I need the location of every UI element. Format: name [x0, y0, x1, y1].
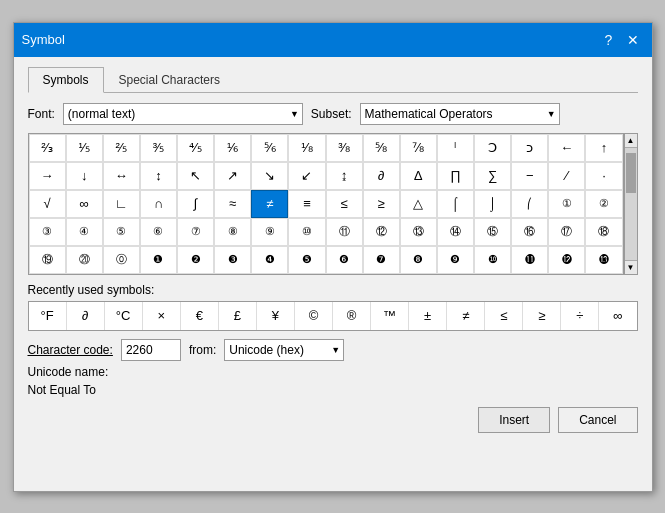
symbol-cell[interactable]: ❶: [140, 246, 177, 274]
recent-cell[interactable]: ™: [371, 302, 409, 330]
symbol-cell[interactable]: ↙: [288, 162, 325, 190]
recent-cell[interactable]: ©: [295, 302, 333, 330]
symbol-cell[interactable]: ❿: [474, 246, 511, 274]
symbol-cell[interactable]: ∕: [548, 162, 585, 190]
character-code-label[interactable]: Character code:: [28, 343, 113, 357]
symbol-cell[interactable]: ≡: [288, 190, 325, 218]
symbol-cell[interactable]: ❻: [326, 246, 363, 274]
symbol-cell[interactable]: ⑲: [29, 246, 66, 274]
symbol-cell[interactable]: ⑧: [214, 218, 251, 246]
symbol-cell[interactable]: Ͻ: [474, 134, 511, 162]
tab-special-characters[interactable]: Special Characters: [104, 67, 235, 93]
insert-button[interactable]: Insert: [478, 407, 550, 433]
symbol-cell[interactable]: ⑯: [511, 218, 548, 246]
symbol-cell[interactable]: ⑦: [177, 218, 214, 246]
symbol-cell[interactable]: ≤: [326, 190, 363, 218]
symbol-cell[interactable]: ⑥: [140, 218, 177, 246]
symbol-cell[interactable]: ɔ: [511, 134, 548, 162]
symbol-cell[interactable]: ❼: [363, 246, 400, 274]
symbol-cell[interactable]: ↖: [177, 162, 214, 190]
symbol-cell[interactable]: ⑨: [251, 218, 288, 246]
symbol-cell[interactable]: ¹⁄₈: [288, 134, 325, 162]
scrollbar-down-button[interactable]: ▼: [625, 260, 637, 274]
symbol-cell[interactable]: ∩: [140, 190, 177, 218]
symbol-cell-selected[interactable]: ≠: [251, 190, 288, 218]
subset-select[interactable]: Mathematical Operators Basic Latin: [365, 107, 510, 121]
symbol-grid-scrollbar[interactable]: ▲ ▼: [624, 133, 638, 275]
symbol-cell[interactable]: ❺: [288, 246, 325, 274]
symbol-cell[interactable]: ¹⁄₅: [66, 134, 103, 162]
symbol-cell[interactable]: ²⁄₅: [103, 134, 140, 162]
recent-cell[interactable]: ∂: [67, 302, 105, 330]
recent-cell[interactable]: ®: [333, 302, 371, 330]
symbol-cell[interactable]: ❹: [251, 246, 288, 274]
font-select[interactable]: (normal text) Arial Times New Roman: [68, 107, 186, 121]
symbol-cell[interactable]: △: [400, 190, 437, 218]
symbol-cell[interactable]: ⁴⁄₅: [177, 134, 214, 162]
symbol-cell[interactable]: ⑮: [474, 218, 511, 246]
symbol-cell[interactable]: −: [511, 162, 548, 190]
symbol-cell[interactable]: ˡ: [437, 134, 474, 162]
symbol-cell[interactable]: ❾: [437, 246, 474, 274]
font-select-wrapper[interactable]: (normal text) Arial Times New Roman ▼: [63, 103, 303, 125]
symbol-cell[interactable]: ①: [548, 190, 585, 218]
symbol-cell[interactable]: ⎛: [511, 190, 548, 218]
close-button[interactable]: ✕: [622, 29, 644, 51]
scrollbar-track[interactable]: [625, 148, 637, 260]
symbol-cell[interactable]: ④: [66, 218, 103, 246]
symbol-cell[interactable]: ∆: [400, 162, 437, 190]
symbol-cell[interactable]: ³⁄₅: [140, 134, 177, 162]
recent-cell[interactable]: ≤: [485, 302, 523, 330]
symbol-cell[interactable]: ³⁄₈: [326, 134, 363, 162]
character-code-input[interactable]: [121, 339, 181, 361]
symbol-cell[interactable]: ⑰: [548, 218, 585, 246]
symbol-cell[interactable]: ∞: [66, 190, 103, 218]
symbol-cell[interactable]: ↨: [326, 162, 363, 190]
symbol-cell[interactable]: →: [29, 162, 66, 190]
symbol-cell[interactable]: ⁷⁄₈: [400, 134, 437, 162]
symbol-cell[interactable]: √: [29, 190, 66, 218]
symbol-cell[interactable]: ¹⁄₆: [214, 134, 251, 162]
symbol-cell[interactable]: ≈: [214, 190, 251, 218]
symbol-cell[interactable]: ⑳: [66, 246, 103, 274]
symbol-cell[interactable]: ❸: [214, 246, 251, 274]
from-select[interactable]: Unicode (hex) ASCII (decimal) ASCII (hex…: [229, 343, 330, 357]
recent-cell[interactable]: £: [219, 302, 257, 330]
recent-cell[interactable]: ¥: [257, 302, 295, 330]
scrollbar-thumb[interactable]: [626, 153, 636, 193]
symbol-cell[interactable]: ⌠: [437, 190, 474, 218]
symbol-cell[interactable]: ∟: [103, 190, 140, 218]
symbol-cell[interactable]: ↘: [251, 162, 288, 190]
symbol-cell[interactable]: ²⁄₃: [29, 134, 66, 162]
symbol-cell[interactable]: ❷: [177, 246, 214, 274]
recent-cell[interactable]: ±: [409, 302, 447, 330]
symbol-cell[interactable]: ⑬: [400, 218, 437, 246]
symbol-cell[interactable]: ↕: [140, 162, 177, 190]
symbol-cell[interactable]: ↔: [103, 162, 140, 190]
symbol-cell[interactable]: ∏: [437, 162, 474, 190]
symbol-cell[interactable]: ∙: [585, 162, 622, 190]
symbol-cell[interactable]: ∫: [177, 190, 214, 218]
recent-cell[interactable]: €: [181, 302, 219, 330]
symbol-cell[interactable]: ⓭: [585, 246, 622, 274]
symbol-cell[interactable]: ∂: [363, 162, 400, 190]
from-select-wrapper[interactable]: Unicode (hex) ASCII (decimal) ASCII (hex…: [224, 339, 344, 361]
symbol-cell[interactable]: ❽: [400, 246, 437, 274]
symbol-cell[interactable]: ⑤: [103, 218, 140, 246]
symbol-cell[interactable]: ③: [29, 218, 66, 246]
subset-select-wrapper[interactable]: Mathematical Operators Basic Latin ▼: [360, 103, 560, 125]
symbol-cell[interactable]: ←: [548, 134, 585, 162]
symbol-cell[interactable]: ⓪: [103, 246, 140, 274]
recent-cell[interactable]: ×: [143, 302, 181, 330]
recent-cell[interactable]: ∞: [599, 302, 636, 330]
recent-cell[interactable]: °C: [105, 302, 143, 330]
symbol-cell[interactable]: ⁵⁄₆: [251, 134, 288, 162]
help-button[interactable]: ?: [598, 29, 620, 51]
recent-cell[interactable]: ≠: [447, 302, 485, 330]
recent-cell[interactable]: °F: [29, 302, 67, 330]
symbol-cell[interactable]: ↗: [214, 162, 251, 190]
symbol-cell[interactable]: ⁵⁄₈: [363, 134, 400, 162]
symbol-cell[interactable]: ⑫: [363, 218, 400, 246]
symbol-cell[interactable]: ⓬: [548, 246, 585, 274]
symbol-cell[interactable]: ⓫: [511, 246, 548, 274]
